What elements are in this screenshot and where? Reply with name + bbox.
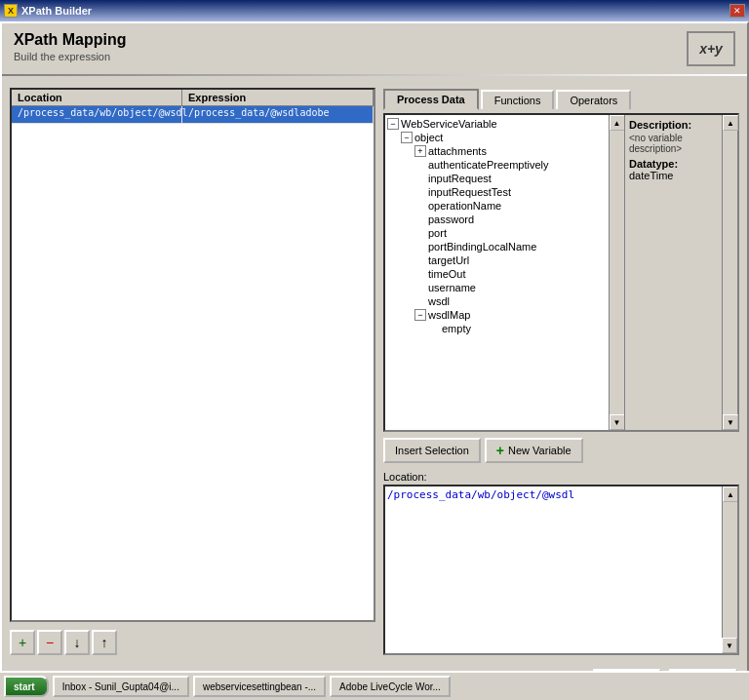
start-button[interactable]: start xyxy=(4,676,49,697)
loc-scroll-down[interactable]: ▼ xyxy=(722,638,737,653)
loc-scroll-up[interactable]: ▲ xyxy=(723,486,738,502)
tab-operators[interactable]: Operators xyxy=(556,90,631,109)
node-label-password: password xyxy=(428,214,474,225)
table-row[interactable]: /process_data/wb/object/@wsdl /process_d… xyxy=(12,106,374,124)
tree-node-webservicevariable: − WebServiceVariable − object xyxy=(387,117,607,335)
webservicevariable-children: − object + attachments xyxy=(387,131,549,335)
tree-row-webservicevariable[interactable]: − WebServiceVariable xyxy=(387,117,497,131)
tree-row-wsdlmap[interactable]: − wsdlMap xyxy=(414,308,470,322)
action-bar: Insert Selection + New Variable xyxy=(383,438,739,463)
grid-header: Location Expression xyxy=(12,90,374,106)
tree-row-authenticate[interactable]: authenticatePreemptively xyxy=(414,158,549,172)
remove-row-button[interactable]: − xyxy=(37,630,62,655)
tree-row-attachments[interactable]: + attachments xyxy=(414,144,487,158)
tree-row-inputrequesttest[interactable]: inputRequestTest xyxy=(414,185,549,199)
tab-bar: Process Data Functions Operators xyxy=(383,88,739,109)
node-label-targeturl: targetUrl xyxy=(428,254,469,266)
tree-node-wsdlmap: − wsdlMap empty xyxy=(414,308,549,335)
expand-icon-wsdlmap[interactable]: − xyxy=(414,309,426,321)
insert-selection-button[interactable]: Insert Selection xyxy=(383,438,481,463)
new-variable-button[interactable]: + New Variable xyxy=(485,438,583,463)
node-label-inputrequest: inputRequest xyxy=(428,173,492,184)
taskbar: start Inbox - Sunil_Gupta04@i... webserv… xyxy=(0,671,749,700)
node-label-inputrequesttest: inputRequestTest xyxy=(428,186,511,198)
taskbar-item-adobe[interactable]: Adobe LiveCycle Wor... xyxy=(330,676,451,697)
desc-label: Description: xyxy=(629,119,718,131)
move-up-button[interactable]: ↑ xyxy=(92,630,117,655)
right-panel: Process Data Functions Operators − WebSe… xyxy=(383,88,739,655)
taskbar-item-inbox[interactable]: Inbox - Sunil_Gupta04@i... xyxy=(53,676,189,697)
wsdlmap-children: empty xyxy=(414,322,471,335)
node-label-authenticate: authenticatePreemptively xyxy=(428,159,549,171)
main-content: Location Expression /process_data/wb/obj… xyxy=(2,80,747,663)
tree-row-username[interactable]: username xyxy=(414,281,549,294)
taskbar-item-webservice[interactable]: webservicesettingbean -... xyxy=(193,676,326,697)
tree-node-attachments: + attachments xyxy=(414,144,549,158)
insert-selection-label: Insert Selection xyxy=(395,445,469,456)
tree-scroll-down[interactable]: ▼ xyxy=(610,414,625,430)
tree-node-object: − object + attachments xyxy=(401,131,549,335)
tree-row-portbinding[interactable]: portBindingLocalName xyxy=(414,240,549,253)
node-label-operationname: operationName xyxy=(428,200,501,212)
description-panel: Description: <no variable description> D… xyxy=(624,115,722,430)
expand-icon-webservicevariable[interactable]: − xyxy=(387,118,399,130)
tree-row-inputrequest[interactable]: inputRequest xyxy=(414,172,549,185)
tree-panel[interactable]: − WebServiceVariable − object xyxy=(385,115,609,430)
taskbar-adobe-label: Adobe LiveCycle Wor... xyxy=(339,681,441,692)
node-label-wsdl: wsdl xyxy=(428,295,450,307)
object-children: + attachments authenticatePreemptively i… xyxy=(401,144,549,335)
node-label-attachments: attachments xyxy=(428,145,487,157)
location-label: Location: xyxy=(383,471,739,483)
add-row-button[interactable]: + xyxy=(10,630,35,655)
tree-row-targeturl[interactable]: targetUrl xyxy=(414,253,549,267)
node-label-username: username xyxy=(428,282,476,293)
node-label-wsdlmap: wsdlMap xyxy=(428,309,470,321)
node-label-webservicevariable: WebServiceVariable xyxy=(401,118,497,130)
xpath-icon: x+y xyxy=(687,31,735,66)
left-panel: Location Expression /process_data/wb/obj… xyxy=(10,88,375,655)
title-bar-text: XPath Builder xyxy=(21,5,92,17)
taskbar-webservice-label: webservicesettingbean -... xyxy=(203,681,316,692)
dialog-title-area: XPath Mapping Build the expression xyxy=(14,31,127,62)
col-expression: Expression xyxy=(182,90,374,105)
dialog-subtitle: Build the expression xyxy=(14,51,127,62)
desc-datatype-value: dateTime xyxy=(629,170,718,181)
new-variable-icon: + xyxy=(496,443,504,458)
tree-row-operationname[interactable]: operationName xyxy=(414,199,549,213)
col-location: Location xyxy=(12,90,182,105)
tab-process-data[interactable]: Process Data xyxy=(383,89,479,110)
location-scrollbar[interactable]: ▲ ▼ xyxy=(722,486,737,653)
node-label-portbinding: portBindingLocalName xyxy=(428,241,536,253)
location-input-container[interactable]: /process_data/wb/object/@wsdl ▲ ▼ xyxy=(383,485,739,655)
tree-row-wsdl[interactable]: wsdl xyxy=(414,294,549,308)
expand-icon-object[interactable]: − xyxy=(401,132,413,143)
tree-row-timeout[interactable]: timeOut xyxy=(414,267,549,281)
tree-vertical-scrollbar[interactable]: ▲ ▼ xyxy=(609,115,624,430)
tree-row-object[interactable]: − object xyxy=(401,131,443,144)
new-variable-label: New Variable xyxy=(508,445,572,456)
grid-body[interactable]: /process_data/wb/object/@wsdl /process_d… xyxy=(12,106,374,615)
tree-row-empty[interactable]: empty xyxy=(428,322,471,335)
node-label-empty: empty xyxy=(442,323,471,334)
cell-expression: /process_data/@wsdladobe xyxy=(182,106,374,123)
taskbar-inbox-label: Inbox - Sunil_Gupta04@i... xyxy=(62,681,179,692)
desc-no-variable: <no variable description> xyxy=(629,133,718,154)
tree-row-port[interactable]: port xyxy=(414,226,549,240)
tab-functions[interactable]: Functions xyxy=(481,90,555,109)
separator xyxy=(2,74,747,76)
tree-scroll-track xyxy=(611,132,624,413)
node-label-port: port xyxy=(428,227,447,239)
location-section: Location: /process_data/wb/object/@wsdl … xyxy=(383,471,739,655)
app-icon: X xyxy=(4,4,18,18)
title-bar-left: X XPath Builder xyxy=(4,4,92,18)
node-label-object: object xyxy=(414,132,443,143)
grid-toolbar: + − ↓ ↑ xyxy=(10,630,375,655)
tree-row-password[interactable]: password xyxy=(414,213,549,226)
tree-scroll-up[interactable]: ▲ xyxy=(610,115,625,131)
expand-icon-attachments[interactable]: + xyxy=(414,145,426,157)
dialog: XPath Mapping Build the expression x+y L… xyxy=(0,21,749,700)
start-label: start xyxy=(14,681,35,692)
move-down-button[interactable]: ↓ xyxy=(64,630,90,655)
location-value: /process_data/wb/object/@wsdl xyxy=(387,488,735,501)
title-bar: X XPath Builder ✕ xyxy=(0,0,749,21)
